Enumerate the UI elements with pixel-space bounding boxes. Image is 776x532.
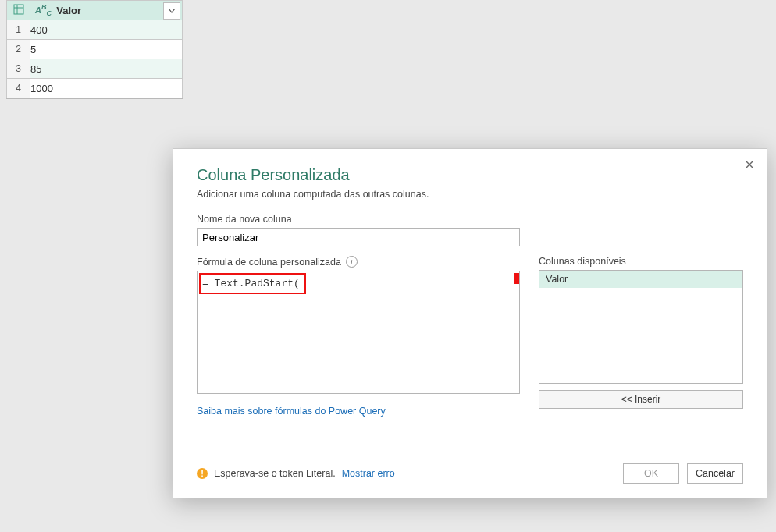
chevron-down-icon	[169, 9, 175, 13]
table-row[interactable]: 3 85	[7, 59, 183, 79]
learn-more-link[interactable]: Saiba mais sobre fórmulas do Power Query	[197, 406, 386, 417]
info-icon[interactable]: i	[346, 256, 358, 268]
validation-status: ! Esperava-se o token Literal. Mostrar e…	[197, 468, 395, 479]
query-preview-table: ABC Valor 1 400 2 5 3 85	[6, 0, 183, 99]
insert-column-button[interactable]: << Inserir	[539, 390, 743, 409]
cell-value[interactable]: 1000	[30, 79, 183, 98]
row-number: 1	[7, 20, 30, 40]
row-number: 4	[7, 79, 30, 98]
formula-error-highlight: = Text.PadStart(	[199, 273, 306, 294]
table-row[interactable]: 4 1000	[7, 79, 183, 98]
svg-rect-0	[14, 5, 23, 14]
available-columns-list[interactable]: Valor	[539, 270, 743, 384]
dialog-subtitle: Adicionar uma coluna computada das outra…	[197, 189, 743, 200]
warning-icon: !	[197, 468, 208, 479]
error-marker-icon	[514, 273, 519, 284]
ok-button[interactable]: OK	[623, 463, 679, 484]
column-header-label: Valor	[56, 5, 81, 16]
formula-label: Fórmula de coluna personalizada i	[197, 256, 520, 268]
row-number: 2	[7, 40, 30, 59]
cell-value[interactable]: 400	[30, 20, 183, 40]
available-columns-label: Colunas disponíveis	[539, 256, 743, 267]
text-caret	[301, 276, 301, 288]
show-error-link[interactable]: Mostrar erro	[342, 468, 395, 479]
column-filter-dropdown[interactable]	[163, 2, 180, 20]
close-icon	[745, 160, 754, 169]
table-row[interactable]: 2 5	[7, 40, 183, 59]
status-text: Esperava-se o token Literal.	[214, 468, 336, 479]
dialog-title: Coluna Personalizada	[197, 166, 743, 184]
row-number: 3	[7, 59, 30, 79]
custom-column-dialog: Coluna Personalizada Adicionar uma colun…	[173, 148, 767, 498]
close-button[interactable]	[742, 157, 757, 172]
cancel-button[interactable]: Cancelar	[687, 463, 743, 484]
cell-value[interactable]: 85	[30, 59, 183, 79]
new-column-name-label: Nome da nova coluna	[197, 214, 743, 225]
table-icon	[13, 4, 24, 15]
table-row[interactable]: 1 400	[7, 20, 183, 40]
cell-value[interactable]: 5	[30, 40, 183, 59]
row-number-header[interactable]	[7, 1, 30, 20]
new-column-name-input[interactable]	[197, 228, 520, 246]
custom-formula-editor[interactable]: = Text.PadStart(	[197, 271, 520, 394]
column-header-valor[interactable]: ABC Valor	[30, 1, 183, 20]
text-type-icon: ABC	[35, 3, 52, 17]
available-column-item[interactable]: Valor	[539, 271, 742, 288]
